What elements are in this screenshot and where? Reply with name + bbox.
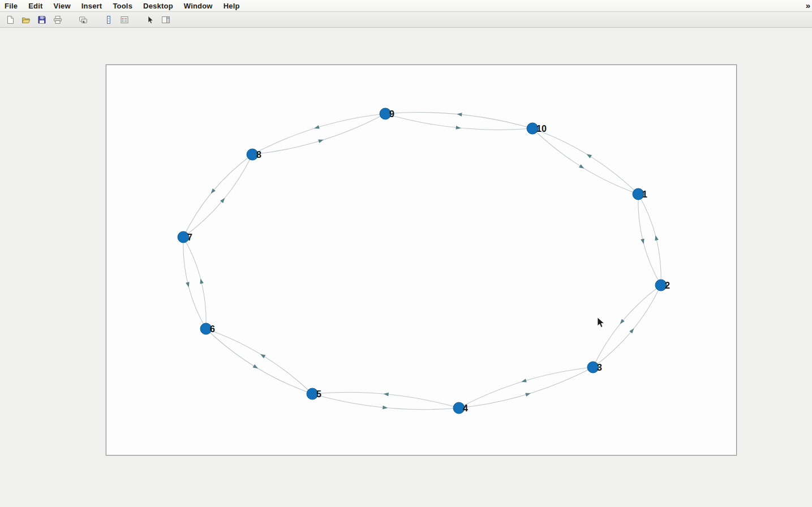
show-plot-tools-icon bbox=[161, 15, 171, 25]
graph-edge-3-4 bbox=[459, 367, 593, 408]
edge-arrowhead-10-9 bbox=[457, 112, 462, 116]
edge-arrowhead-9-10 bbox=[456, 126, 461, 130]
axes-plot-area: 12345678910 bbox=[106, 65, 737, 456]
edge-arrowhead-4-5 bbox=[383, 392, 389, 396]
edge-arrowhead-5-6 bbox=[259, 353, 265, 358]
insert-legend-button[interactable] bbox=[117, 13, 132, 27]
node-label-7: 7 bbox=[187, 233, 192, 242]
edge-arrowhead-9-8 bbox=[313, 125, 320, 130]
open-file-button[interactable] bbox=[19, 13, 33, 27]
graph-edge-8-7 bbox=[183, 154, 252, 237]
figure-canvas-area: 12345678910 bbox=[0, 28, 812, 507]
node-label-9: 9 bbox=[389, 109, 394, 119]
print-figure-icon bbox=[53, 15, 63, 25]
toolbar-group bbox=[2, 13, 66, 27]
graph-plot: 12345678910 bbox=[106, 65, 736, 455]
edit-plot-icon bbox=[145, 15, 155, 25]
node-label-5: 5 bbox=[316, 389, 321, 399]
graph-edge-7-8 bbox=[183, 154, 252, 237]
figure-toolbar bbox=[0, 12, 812, 28]
graph-edge-5-6 bbox=[206, 329, 312, 394]
node-label-6: 6 bbox=[210, 324, 215, 334]
menu-bar: FileEditViewInsertToolsDesktopWindowHelp… bbox=[0, 0, 812, 12]
insert-colorbar-icon bbox=[104, 15, 114, 25]
toolbar-group bbox=[142, 13, 174, 27]
insert-legend-icon bbox=[119, 15, 130, 25]
menu-item-edit[interactable]: Edit bbox=[28, 2, 42, 10]
link-plot-icon bbox=[78, 15, 88, 25]
toolbar-group bbox=[101, 13, 132, 27]
mouse-cursor bbox=[596, 317, 605, 329]
graph-edge-10-1 bbox=[532, 128, 638, 194]
graph-edge-4-3 bbox=[459, 367, 593, 408]
edge-arrowhead-1-10 bbox=[586, 152, 592, 158]
edge-arrowhead-5-4 bbox=[383, 406, 388, 410]
menu-item-insert[interactable]: Insert bbox=[81, 2, 102, 10]
menu-item-help[interactable]: Help bbox=[224, 2, 240, 10]
print-figure-button[interactable] bbox=[50, 13, 65, 27]
node-label-3: 3 bbox=[597, 363, 602, 372]
link-plot-button[interactable] bbox=[76, 13, 91, 27]
edge-arrowhead-4-3 bbox=[525, 392, 531, 397]
node-label-2: 2 bbox=[665, 281, 670, 290]
menu-item-file[interactable]: File bbox=[5, 2, 18, 10]
new-figure-icon bbox=[5, 15, 15, 25]
insert-colorbar-button[interactable] bbox=[101, 13, 116, 27]
edge-arrowhead-2-1 bbox=[654, 235, 659, 240]
node-label-1: 1 bbox=[642, 190, 647, 199]
edge-arrowhead-1-2 bbox=[641, 239, 646, 244]
edge-arrowhead-8-9 bbox=[318, 138, 324, 143]
menu-overflow-chevron[interactable]: » bbox=[806, 0, 810, 12]
graph-edge-6-5 bbox=[206, 329, 312, 394]
menu-item-view[interactable]: View bbox=[54, 2, 71, 10]
menu-items: FileEditViewInsertToolsDesktopWindowHelp bbox=[5, 2, 240, 10]
node-label-10: 10 bbox=[536, 124, 547, 134]
show-plot-tools-button[interactable] bbox=[158, 13, 173, 27]
menu-item-tools[interactable]: Tools bbox=[113, 2, 132, 10]
menu-item-window[interactable]: Window bbox=[184, 2, 213, 10]
graph-edge-9-8 bbox=[252, 114, 385, 154]
node-label-4: 4 bbox=[463, 403, 468, 413]
save-figure-icon bbox=[37, 15, 47, 25]
node-label-8: 8 bbox=[256, 150, 261, 160]
graph-edge-8-9 bbox=[252, 114, 385, 154]
toolbar-group bbox=[75, 13, 91, 27]
edge-arrowhead-6-7 bbox=[199, 278, 204, 283]
edit-plot-button[interactable] bbox=[143, 13, 157, 27]
new-figure-button[interactable] bbox=[3, 13, 18, 27]
edge-arrowhead-10-1 bbox=[579, 164, 585, 170]
edge-arrowhead-7-6 bbox=[186, 282, 191, 287]
menu-item-desktop[interactable]: Desktop bbox=[143, 2, 173, 10]
graph-edge-1-10 bbox=[532, 128, 638, 194]
edge-arrowhead-3-4 bbox=[521, 379, 527, 384]
edge-arrowhead-6-5 bbox=[253, 364, 259, 370]
save-figure-button[interactable] bbox=[35, 13, 49, 27]
open-file-icon bbox=[21, 15, 31, 25]
